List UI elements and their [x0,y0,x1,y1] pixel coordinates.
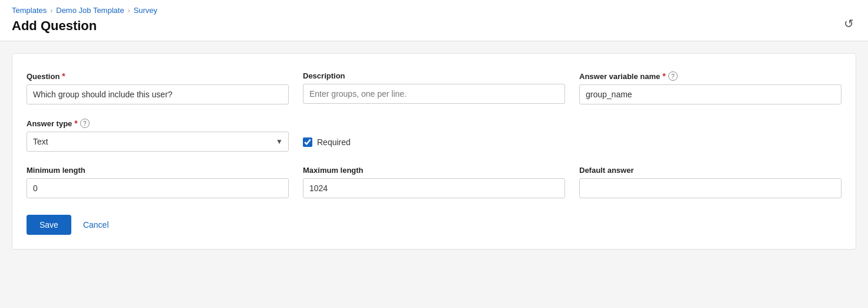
placeholder-group-3 [579,119,841,152]
answer-variable-help-icon: ? [668,71,678,81]
default-answer-group: Default answer [579,166,841,198]
form-row-1: Question * Description Answer variable n… [27,71,841,104]
answer-variable-label: Answer variable name * ? [579,71,841,81]
required-checkbox-group: Required [303,135,351,147]
default-answer-input[interactable] [579,178,841,198]
required-checkbox[interactable] [303,137,312,147]
breadcrumb-sep-2: › [128,6,130,15]
form-row-2: Answer type * ? Text Textarea Password I… [27,119,841,152]
question-group: Question * [27,71,289,104]
answer-type-select-wrapper: Text Textarea Password Integer Float Boo… [27,132,289,152]
breadcrumb-sep-1: › [50,6,52,15]
form-actions: Save Cancel [27,215,841,235]
breadcrumb-templates[interactable]: Templates [12,6,47,15]
form-row-3: Minimum length Maximum length Default an… [27,166,841,198]
min-length-group: Minimum length [27,166,289,198]
breadcrumb: Templates › Demo Job Template › Survey [12,6,856,15]
breadcrumb-demo-job-template[interactable]: Demo Job Template [56,6,124,15]
min-length-input[interactable] [27,178,289,198]
max-length-label: Maximum length [303,166,565,175]
max-length-group: Maximum length [303,166,565,198]
question-label: Question * [27,71,289,81]
answer-type-help-icon: ? [80,119,90,128]
answer-variable-group: Answer variable name * ? [579,71,841,104]
breadcrumb-survey[interactable]: Survey [134,6,157,15]
required-group: Required [303,119,565,152]
history-button[interactable]: ↺ [839,12,859,35]
answer-variable-input[interactable] [579,84,841,104]
answer-type-select[interactable]: Text Textarea Password Integer Float Boo… [27,132,289,152]
description-label: Description [303,71,565,80]
history-icon: ↺ [844,17,854,30]
description-input[interactable] [303,84,565,104]
answer-type-required-star: * [74,119,77,128]
min-length-label: Minimum length [27,166,289,175]
answer-type-label: Answer type * ? [27,119,289,128]
page-title: Add Question [12,18,97,41]
description-group: Description [303,71,565,104]
cancel-button[interactable]: Cancel [81,215,111,235]
form-card: Question * Description Answer variable n… [12,53,856,250]
answer-type-group: Answer type * ? Text Textarea Password I… [27,119,289,152]
default-answer-label: Default answer [579,166,841,175]
max-length-input[interactable] [303,178,565,198]
question-input[interactable] [27,84,289,104]
answer-variable-required-star: * [662,71,665,81]
required-checkbox-row: Required [303,119,565,147]
question-required-star: * [62,71,65,81]
required-checkbox-label[interactable]: Required [317,137,351,147]
save-button[interactable]: Save [27,215,71,235]
